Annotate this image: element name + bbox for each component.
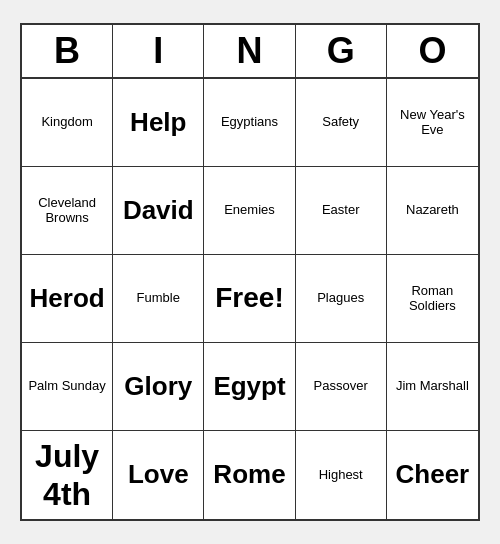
header-letter: B <box>22 25 113 77</box>
bingo-cell: Roman Soldiers <box>387 255 478 343</box>
bingo-cell: Palm Sunday <box>22 343 113 431</box>
cell-text: July 4th <box>26 437 108 514</box>
cell-text: Jim Marshall <box>396 378 469 394</box>
bingo-cell: Glory <box>113 343 204 431</box>
cell-text: Safety <box>322 114 359 130</box>
bingo-card: BINGO KingdomHelpEgyptiansSafetyNew Year… <box>20 23 480 522</box>
bingo-cell: Highest <box>296 431 387 520</box>
cell-text: Roman Soldiers <box>391 283 474 314</box>
bingo-cell: Free! <box>204 255 295 343</box>
cell-text: Cleveland Browns <box>26 195 108 226</box>
cell-text: Egyptians <box>221 114 278 130</box>
cell-text: Highest <box>319 467 363 483</box>
bingo-cell: Passover <box>296 343 387 431</box>
bingo-cell: Plagues <box>296 255 387 343</box>
cell-text: Glory <box>124 371 192 402</box>
cell-text: Nazareth <box>406 202 459 218</box>
bingo-cell: Rome <box>204 431 295 520</box>
cell-text: Egypt <box>213 371 285 402</box>
cell-text: Easter <box>322 202 360 218</box>
bingo-cell: Love <box>113 431 204 520</box>
bingo-cell: David <box>113 167 204 255</box>
cell-text: Love <box>128 459 189 490</box>
cell-text: David <box>123 195 194 226</box>
cell-text: Palm Sunday <box>28 378 105 394</box>
bingo-cell: Help <box>113 79 204 167</box>
bingo-grid: KingdomHelpEgyptiansSafetyNew Year's Eve… <box>22 79 478 520</box>
bingo-cell: Cheer <box>387 431 478 520</box>
cell-text: Enemies <box>224 202 275 218</box>
header-letter: N <box>204 25 295 77</box>
bingo-cell: Herod <box>22 255 113 343</box>
cell-text: Rome <box>213 459 285 490</box>
cell-text: Plagues <box>317 290 364 306</box>
cell-text: Cheer <box>396 459 470 490</box>
cell-text: Free! <box>215 281 283 315</box>
bingo-cell: Safety <box>296 79 387 167</box>
cell-text: Kingdom <box>41 114 92 130</box>
cell-text: Herod <box>30 283 105 314</box>
bingo-cell: Egypt <box>204 343 295 431</box>
cell-text: New Year's Eve <box>391 107 474 138</box>
bingo-cell: July 4th <box>22 431 113 520</box>
bingo-cell: Nazareth <box>387 167 478 255</box>
bingo-header: BINGO <box>22 25 478 79</box>
bingo-cell: Easter <box>296 167 387 255</box>
bingo-cell: Jim Marshall <box>387 343 478 431</box>
cell-text: Fumble <box>137 290 180 306</box>
header-letter: I <box>113 25 204 77</box>
bingo-cell: Cleveland Browns <box>22 167 113 255</box>
bingo-cell: New Year's Eve <box>387 79 478 167</box>
bingo-cell: Egyptians <box>204 79 295 167</box>
bingo-cell: Enemies <box>204 167 295 255</box>
header-letter: O <box>387 25 478 77</box>
cell-text: Help <box>130 107 186 138</box>
header-letter: G <box>296 25 387 77</box>
cell-text: Passover <box>314 378 368 394</box>
bingo-cell: Kingdom <box>22 79 113 167</box>
bingo-cell: Fumble <box>113 255 204 343</box>
